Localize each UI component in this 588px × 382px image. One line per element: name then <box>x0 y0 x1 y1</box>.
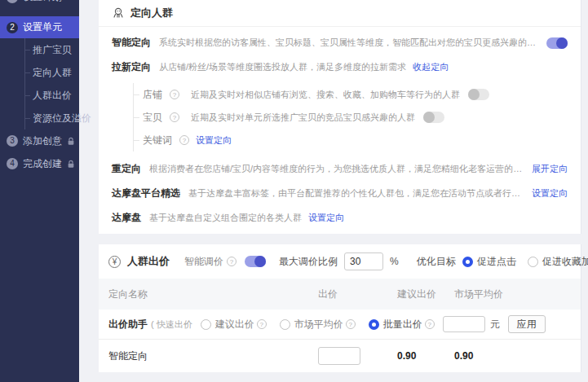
question-mark-icon[interactable] <box>170 112 179 122</box>
smart-targeting-row: 智能定向 系统实时根据您的访客属性、宝贝标题、宝贝属性等维度，智能匹配出对您的宝… <box>112 36 568 50</box>
bidding-header: ¥ 人群出价 智能调价 最大调价比例 % 优化目标 促进点击 促进收藏加购 促进… <box>99 244 581 279</box>
row-description: 近期及实时对相似店铺有浏览、搜索、收藏、加购物车等行为的人群 <box>191 89 460 101</box>
radio-icon <box>280 319 290 330</box>
percent-sign: % <box>390 256 399 267</box>
column-header-name: 定向名称 <box>108 288 318 301</box>
yuan-unit-label: 元 <box>490 318 500 332</box>
row-description: 基于达摩盘丰富标签，由平台配置推荐的个性化人群包，满足您在活动节点或者行业上的圈… <box>188 187 525 200</box>
item-targeting-row: 宝贝 近期及实时对单元所选推广宝贝的竞品宝贝感兴趣的人群 <box>134 106 568 129</box>
targeting-name-cell: 智能定向 <box>108 349 318 363</box>
bid-cell <box>318 347 397 365</box>
step-number-badge: 1 <box>7 0 18 3</box>
question-mark-icon[interactable] <box>346 319 356 329</box>
optimize-option-click[interactable]: 促进点击 <box>462 255 516 269</box>
sidebar-item-audience-bid[interactable]: 人群出价 <box>25 84 79 107</box>
item-targeting-toggle[interactable] <box>423 112 444 123</box>
sidebar-step-finish-create[interactable]: 4 完成创建 <box>0 152 79 175</box>
row-label: 智能定向 <box>112 36 151 50</box>
batch-bid-input[interactable] <box>443 316 485 332</box>
locked-steps: 3 添加创意 4 完成创建 <box>0 130 79 175</box>
sidebar-sub-steps: 推广宝贝 定向人群 人群出价 资源位及溢价 <box>24 38 79 130</box>
suggest-bid-cell: 0.90 <box>397 350 454 362</box>
quick-bid-label: ( 快速出价 <box>151 318 192 331</box>
pull-new-targeting-row: 拉新定向 从店铺/粉丝/场景等维度圈选投放人群，满足多维度的拉新需求 收起定向 <box>112 60 568 74</box>
row-label: 宝贝 <box>143 111 162 125</box>
set-targeting-link[interactable]: 设置定向 <box>196 134 232 147</box>
keyword-targeting-row: 关键词 设置定向 <box>134 129 568 151</box>
market-avg-cell: 0.90 <box>454 350 581 362</box>
row-description: 基于达摩盘自定义组合圈定的各类人群 <box>149 212 302 224</box>
question-mark-icon[interactable] <box>425 319 435 329</box>
question-mark-icon[interactable] <box>179 135 189 145</box>
step-label: 设置单元 <box>23 20 62 34</box>
step-number-badge: 4 <box>7 158 18 169</box>
expand-targeting-link[interactable]: 展开定向 <box>532 163 568 175</box>
damo-featured-row: 达摩盘平台精选 基于达摩盘丰富标签，由平台配置推荐的个性化人群包，满足您在活动节… <box>112 187 568 200</box>
steps-sidebar: 1 设置计划 2 设置单元 推广宝贝 定向人群 人群出价 资源位及溢价 3 添加… <box>0 0 79 382</box>
bid-table-row-smart-targeting: 智能定向 0.90 0.90 <box>99 340 581 372</box>
sidebar-item-placement-premium[interactable]: 资源位及溢价 <box>25 107 79 130</box>
yen-circle-icon: ¥ <box>108 256 121 268</box>
assistant-option-market[interactable]: 市场平均价 <box>280 318 356 332</box>
optimize-goal-label: 优化目标 <box>417 255 456 269</box>
smart-targeting-bid-input[interactable] <box>318 347 360 365</box>
radio-selected-icon <box>369 319 379 330</box>
column-header-suggest: 建议出价 <box>397 288 454 301</box>
smart-adjust-label: 智能调价 <box>184 255 223 269</box>
radio-selected-icon <box>462 257 473 267</box>
row-label: 达摩盘 <box>112 211 141 225</box>
column-header-bid: 出价 <box>318 288 397 301</box>
assistant-label: 出价助手 <box>108 318 148 332</box>
question-mark-icon[interactable] <box>227 257 237 266</box>
step-number-badge: 2 <box>7 22 18 33</box>
max-adjust-ratio-input[interactable] <box>344 252 383 270</box>
step-number-badge: 3 <box>7 135 18 147</box>
step-label: 完成创建 <box>23 157 62 171</box>
set-targeting-link[interactable]: 设置定向 <box>532 187 568 200</box>
sidebar-step-add-creative[interactable]: 3 添加创意 <box>0 130 79 152</box>
row-label: 关键词 <box>143 134 172 147</box>
lock-icon <box>67 160 75 169</box>
assistant-option-batch[interactable]: 批量出价 <box>369 318 435 332</box>
radio-label: 促进点击 <box>477 255 516 269</box>
apply-button[interactable]: 应用 <box>508 315 546 333</box>
smart-targeting-toggle[interactable] <box>546 37 568 49</box>
smart-adjust-toggle[interactable] <box>245 256 266 267</box>
damo-row: 达摩盘 基于达摩盘自定义组合圈定的各类人群 设置定向 <box>112 211 568 225</box>
radio-label: 市场平均价 <box>294 318 343 332</box>
sidebar-step-setup-unit[interactable]: 2 设置单元 <box>0 16 79 38</box>
column-header-market: 市场平均价 <box>454 288 581 301</box>
targeting-panel: 定向人群 智能定向 系统实时根据您的访客属性、宝贝标题、宝贝属性等维度，智能匹配… <box>99 0 581 234</box>
row-description: 近期及实时对单元所选推广宝贝的竞品宝贝感兴趣的人群 <box>191 112 415 124</box>
question-mark-icon[interactable] <box>257 319 267 329</box>
assistant-option-suggest[interactable]: 建议出价 <box>201 318 267 332</box>
step-label: 添加创意 <box>23 134 62 148</box>
radio-icon <box>201 319 211 330</box>
targeting-rows: 智能定向 系统实时根据您的访客属性、宝贝标题、宝贝属性等维度，智能匹配出对您的宝… <box>99 27 581 225</box>
sidebar-item-targeting[interactable]: 定向人群 <box>25 61 79 84</box>
radio-label: 促进收藏加购 <box>542 255 588 269</box>
panel-title: 人群出价 <box>127 254 170 269</box>
step-label: 设置计划 <box>23 0 62 4</box>
shop-targeting-row: 店铺 近期及实时对相似店铺有浏览、搜索、收藏、加购物车等行为的人群 <box>134 83 568 106</box>
bid-assistant-row: 出价助手 ( 快速出价 建议出价 市场平均价 批量出价 元 应用 <box>99 310 581 340</box>
targeting-panel-header: 定向人群 <box>99 0 581 27</box>
panel-title: 定向人群 <box>130 6 173 20</box>
sidebar-item-promote-item[interactable]: 推广宝贝 <box>25 38 79 61</box>
crowd-icon <box>112 7 125 20</box>
optimize-option-collect-cart[interactable]: 促进收藏加购 <box>528 255 588 269</box>
row-description: 从店铺/粉丝/场景等维度圈选投放人群，满足多维度的拉新需求 <box>159 61 406 73</box>
set-targeting-link[interactable]: 设置定向 <box>308 212 344 224</box>
radio-icon <box>528 257 538 267</box>
question-mark-icon[interactable] <box>170 90 179 99</box>
pull-new-children: 店铺 近期及实时对相似店铺有浏览、搜索、收藏、加购物车等行为的人群 宝贝 近期及… <box>133 83 568 151</box>
retargeting-row: 重定向 根据消费者在您店铺/宝贝/内容等维度的行为，为您挑选优质人群，满足您精细… <box>112 162 568 176</box>
collapse-targeting-link[interactable]: 收起定向 <box>413 61 449 73</box>
row-label: 重定向 <box>112 162 141 176</box>
sidebar-step-setup-plan[interactable]: 1 设置计划 <box>0 0 79 7</box>
radio-label: 建议出价 <box>215 318 254 332</box>
shop-targeting-toggle[interactable] <box>468 89 489 100</box>
row-description: 系统实时根据您的访客属性、宝贝标题、宝贝属性等维度，智能匹配出对您的宝贝更感兴趣… <box>159 37 538 49</box>
max-ratio-label: 最大调价比例 <box>279 255 338 269</box>
radio-label: 批量出价 <box>383 318 422 332</box>
